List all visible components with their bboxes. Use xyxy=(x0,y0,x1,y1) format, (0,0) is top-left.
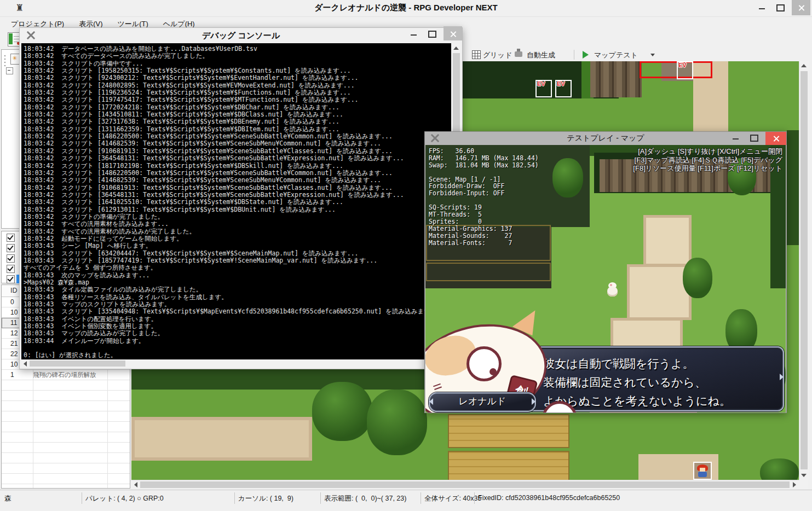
autogen-icon[interactable] xyxy=(515,51,522,57)
statusbar: 森 パレット: ( 4, 2) ○ GRP:0 カーソル: ( 19, 9) 表… xyxy=(0,490,812,511)
scrollbar-thumb[interactable] xyxy=(30,361,125,367)
status-separator xyxy=(421,492,421,504)
stat-line xyxy=(429,196,539,204)
status-map-name: 森 xyxy=(4,494,11,503)
tile-tree-trunks xyxy=(590,61,642,97)
console-log-line: 18:03:42 スクリプトの準備中です... xyxy=(24,60,451,67)
console-maximize-button[interactable] xyxy=(423,26,441,42)
console-horizontal-scrollbar[interactable] xyxy=(21,360,451,367)
console-titlebar[interactable]: デバッグ コンソール xyxy=(20,28,462,43)
stat-line: Forbidden-Input: OFF xyxy=(429,189,539,196)
titlebar[interactable]: ♜ ダークレオナルドの逆襲 - RPG Developer NEXT xyxy=(0,0,812,17)
status-cursor: カーソル: ( 19, 9) xyxy=(238,494,293,503)
speaker-name: レオナルド xyxy=(459,396,506,407)
testplay-maximize-button[interactable] xyxy=(745,130,763,146)
console-log-line: 18:03:42 スクリプト [1311662359: Texts¥$Scrip… xyxy=(24,125,451,132)
console-log-line: 18:03:43 タイル定義ファイルの読み込みが完了しました。 xyxy=(24,286,451,293)
keybind-help-overlay: [A]ダッシュ [S]すり抜け [X/Ctrl]メニュー開閉[F3]マップ再読込… xyxy=(487,147,782,172)
status-view-range: 表示範囲: ( 0, 0)~( 37, 23) xyxy=(324,494,406,503)
checkbox-checked-icon[interactable] xyxy=(7,234,15,242)
console-log-line: 18:03:42 スクリプト [414682539: Texts¥$Script… xyxy=(24,176,451,183)
map-vertical-scrollbar[interactable] xyxy=(799,61,809,480)
console-log-line: 18:03:42 スクリプト [612913011: Texts¥$Script… xyxy=(24,206,451,213)
autogen-button[interactable]: 自動生成 xyxy=(527,50,555,60)
event-label: EV xyxy=(557,80,565,87)
console-log-line: 18:03:43 シーン [Map] へ移行します。 xyxy=(24,242,451,249)
tile-path xyxy=(643,215,692,266)
event-label: EV xyxy=(537,80,545,87)
checkbox-checked-icon[interactable] xyxy=(7,254,15,263)
play-icon[interactable] xyxy=(583,51,589,59)
console-log-line: 18:03:42 スクリプト [1486220500: Texts¥$Scrip… xyxy=(24,169,451,176)
console-log[interactable]: 18:03:42 データベースの読み込みを開始します...Databases¥U… xyxy=(21,43,451,359)
toolbar-separator xyxy=(574,50,574,60)
keybind-line: [F3]マップ再読込 [F4]ＳＱ再読込 [F5]デバッグ xyxy=(487,155,782,164)
scrollbar-thumb[interactable] xyxy=(801,71,808,469)
checkbox-checked-icon[interactable] xyxy=(7,275,15,283)
scroll-left-icon[interactable] xyxy=(24,361,27,367)
event-box[interactable]: EV xyxy=(535,80,552,97)
event-box-npc[interactable] xyxy=(693,462,712,480)
minimize-icon xyxy=(411,34,417,36)
close-button[interactable] xyxy=(792,0,810,15)
scroll-up-icon[interactable] xyxy=(801,64,807,67)
maptest-button[interactable]: マップテスト xyxy=(594,50,638,60)
event-box[interactable]: EV xyxy=(677,61,693,79)
testplay-close-button[interactable] xyxy=(765,132,786,145)
console-close-button[interactable] xyxy=(444,26,462,40)
minimize-icon xyxy=(759,8,765,9)
console-minimize-button[interactable] xyxy=(404,26,423,42)
testplay-titlebar[interactable]: テストプレイ - マップ xyxy=(425,132,786,145)
glasses-lens-icon xyxy=(467,346,502,381)
tree xyxy=(367,390,427,455)
console-log-line: 18:03:43 スクリプト [1857747419: Texts¥$Scrip… xyxy=(24,257,451,264)
checkbox-checked-icon[interactable] xyxy=(7,244,15,252)
toolbar-grip[interactable] xyxy=(4,54,6,68)
grid-toggle[interactable]: グリッド xyxy=(483,50,512,60)
scrollbar-thumb[interactable] xyxy=(140,481,790,488)
console-log-line: 18:03:42 すべてのデータベースの読み込みが完了しました。 xyxy=(24,52,451,59)
scroll-left-icon[interactable] xyxy=(134,482,137,487)
minimize-button[interactable] xyxy=(752,0,771,15)
scroll-down-icon[interactable] xyxy=(801,474,807,477)
dialogue-text: 彼女は自動で戦闘を行うよ。装備欄は固定されているから、よからぬことを考えないよう… xyxy=(525,347,783,410)
dialogue-line: よからぬことを考えないようにね。 xyxy=(543,392,783,410)
console-log-line: 18:03:42 スクリプト [1958250315: Texts¥$Scrip… xyxy=(24,67,451,74)
stat-line: MT-Threads: 5 xyxy=(429,211,539,218)
map-horizontal-scrollbar[interactable] xyxy=(131,480,799,489)
status-separator xyxy=(82,492,82,504)
testplay-window: テストプレイ - マップ xyxy=(424,131,787,413)
console-log-line: 18:03:42 スクリプト [248002895: Texts¥$Script… xyxy=(24,82,451,89)
event-label: EV xyxy=(678,62,687,68)
tree-collapse-box[interactable] xyxy=(6,67,13,74)
console-log-line: 18:03:43 マップの読み込みが完了しました。 xyxy=(24,329,451,336)
maximize-button[interactable] xyxy=(771,0,790,15)
console-log-line: 18:03:42 スクリプト [1772024218: Texts¥$Scrip… xyxy=(24,103,451,111)
grid-icon[interactable] xyxy=(472,50,481,59)
checkbox-checked-icon[interactable] xyxy=(7,265,15,273)
keybind-line: [A]ダッシュ [S]すり抜け [X/Ctrl]メニュー開閉 xyxy=(487,147,782,155)
scroll-up-icon[interactable] xyxy=(453,47,459,50)
testplay-minimize-button[interactable] xyxy=(726,130,745,146)
frame-chevron-icon xyxy=(429,398,433,405)
scroll-right-icon[interactable] xyxy=(793,482,796,487)
chevron-down-icon[interactable] xyxy=(650,54,655,56)
table-cell-label: 飛翔の碑石の場所解放 xyxy=(33,370,130,380)
console-log-line: 18:03:43 スクリプト [634204447: Texts¥$Script… xyxy=(24,249,451,257)
selection-rectangle[interactable] xyxy=(640,61,712,78)
console-log-line: 18:03:42 スクリプト [1486220500: Texts¥$Scrip… xyxy=(24,132,451,140)
close-icon xyxy=(450,31,457,38)
player-sprite xyxy=(607,282,618,297)
stat-line: Material-Graphics: 137 xyxy=(429,225,539,232)
maximize-icon xyxy=(428,31,436,38)
status-palette: パレット: ( 4, 2) ○ GRP:0 xyxy=(85,494,164,503)
tile-path xyxy=(131,417,312,461)
table-row[interactable]: 1 飛翔の碑石の場所解放 xyxy=(2,370,130,380)
status-separator xyxy=(474,492,475,504)
npc-girl-sprite xyxy=(696,464,709,478)
console-log-line: 18:03:42 スクリプト [1196236524: Texts¥$Scrip… xyxy=(24,89,451,96)
game-viewport[interactable]: FPS: 36.60RAM: 146.71 MB (Max 148.44)Swa… xyxy=(425,145,786,413)
tile-path xyxy=(627,264,692,320)
event-box[interactable]: EV xyxy=(555,80,572,97)
stat-line: SQ-Scripts: 19 xyxy=(429,204,539,211)
